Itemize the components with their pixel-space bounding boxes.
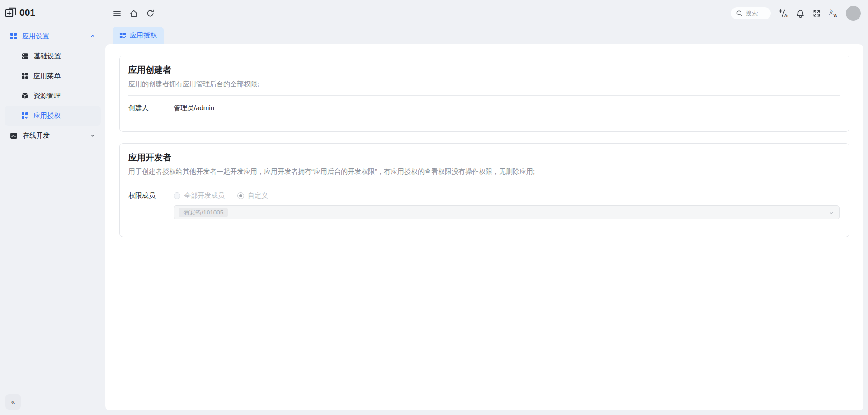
- sidebar-item-label: 应用授权: [33, 112, 61, 120]
- chevron-up-icon[interactable]: [90, 33, 95, 39]
- creator-field-row: 创建人 管理员/admin: [128, 104, 840, 112]
- translate-icon[interactable]: 文 A: [829, 9, 838, 18]
- card-title: 应用创建者: [128, 64, 840, 76]
- search-input[interactable]: [746, 10, 766, 17]
- svg-text:Ai: Ai: [784, 13, 789, 18]
- app-title: 001: [19, 7, 35, 18]
- radio-all-developers[interactable]: 全部开发成员: [174, 191, 225, 200]
- app-logo-icon: [5, 6, 17, 19]
- sidebar-group-label: 应用设置: [22, 32, 49, 41]
- fullscreen-icon[interactable]: [812, 9, 821, 18]
- tab-app-authorization[interactable]: 应用授权: [113, 27, 164, 44]
- divider: [128, 95, 840, 96]
- radio-unchecked-icon: [174, 192, 180, 199]
- user-avatar[interactable]: [846, 6, 861, 21]
- select-chevron-down-icon: [828, 210, 835, 216]
- refresh-icon[interactable]: [146, 9, 155, 18]
- sidebar-group-online-dev[interactable]: 在线开发: [5, 126, 101, 145]
- radio-label: 全部开发成员: [184, 191, 225, 200]
- app-settings-grid-icon: [10, 33, 17, 40]
- tab-label: 应用授权: [130, 31, 157, 40]
- grid-check-icon: [119, 32, 126, 39]
- cube-icon: [21, 92, 28, 99]
- search-icon: [736, 10, 743, 17]
- card-description: 应用的创建者拥有应用管理后台的全部权限;: [128, 80, 840, 89]
- member-select[interactable]: 蒲安筠/101005: [174, 205, 840, 219]
- permission-members-label: 权限成员: [128, 191, 174, 200]
- server-icon: [21, 52, 29, 60]
- hamburger-menu-icon[interactable]: [113, 9, 122, 18]
- permission-members-row: 权限成员 全部开发成员 自定义: [128, 191, 840, 200]
- radio-checked-icon: [237, 192, 244, 199]
- sidebar-item-app-authorization[interactable]: 应用授权: [5, 106, 101, 126]
- card-title: 应用开发者: [128, 152, 840, 163]
- svg-text:A: A: [834, 13, 837, 18]
- member-scope-radio-group: 全部开发成员 自定义: [174, 191, 268, 200]
- tab-bar: 应用授权: [105, 27, 164, 44]
- sidebar: 001 应用设置: [0, 0, 105, 415]
- home-icon[interactable]: [129, 9, 138, 18]
- divider: [128, 183, 840, 183]
- member-tag: 蒲安筠/101005: [179, 208, 228, 218]
- collapse-icon: «: [11, 398, 15, 406]
- app-logo[interactable]: 001: [0, 0, 105, 23]
- sidebar-group-label: 在线开发: [23, 131, 50, 140]
- notifications-bell-icon[interactable]: [796, 9, 805, 18]
- sidebar-item-resource-management[interactable]: 资源管理: [5, 86, 101, 106]
- sidebar-item-label: 基础设置: [34, 52, 61, 61]
- global-search[interactable]: [731, 7, 771, 19]
- sidebar-item-basic-settings[interactable]: 基础设置: [5, 46, 101, 66]
- terminal-icon: [10, 132, 18, 140]
- ai-assistant-icon[interactable]: Ai: [778, 9, 788, 18]
- main-content: 应用创建者 应用的创建者拥有应用管理后台的全部权限; 创建人 管理员/admin…: [105, 44, 863, 410]
- grid-check-icon: [21, 112, 28, 119]
- sidebar-group-app-settings[interactable]: 应用设置: [5, 26, 101, 46]
- app-creator-card: 应用创建者 应用的创建者拥有应用管理后台的全部权限; 创建人 管理员/admin: [119, 56, 849, 132]
- chevron-down-icon[interactable]: [90, 133, 95, 138]
- radio-custom[interactable]: 自定义: [237, 191, 268, 200]
- card-description: 用于创建者授权给其他开发者一起开发应用，应用开发者拥有“应用后台的开发权限”，有…: [128, 168, 840, 176]
- app-developer-card: 应用开发者 用于创建者授权给其他开发者一起开发应用，应用开发者拥有“应用后台的开…: [119, 143, 849, 237]
- sidebar-menu: 应用设置 基础设置: [0, 23, 105, 145]
- four-tiles-icon: [21, 72, 28, 79]
- topbar: Ai 文 A: [105, 0, 868, 27]
- creator-field-label: 创建人: [128, 104, 174, 112]
- sidebar-item-label: 资源管理: [33, 92, 61, 100]
- radio-label: 自定义: [248, 191, 268, 200]
- sidebar-collapse-button[interactable]: «: [5, 394, 21, 410]
- sidebar-item-app-menu[interactable]: 应用菜单: [5, 66, 101, 86]
- creator-field-value: 管理员/admin: [174, 104, 214, 112]
- sidebar-item-label: 应用菜单: [33, 72, 61, 80]
